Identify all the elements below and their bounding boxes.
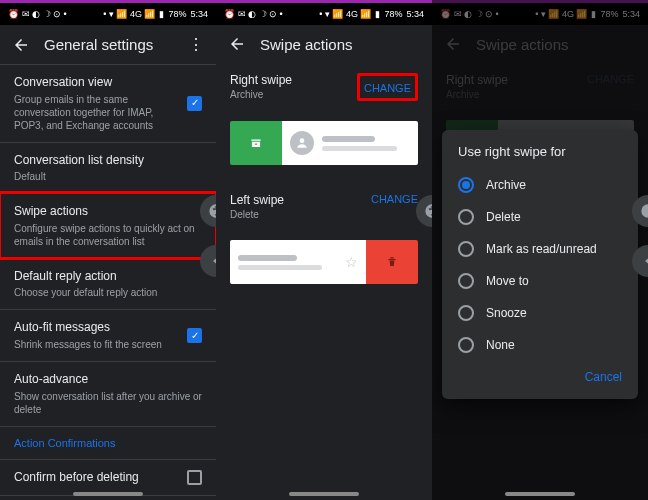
radio-option[interactable]: Snooze xyxy=(452,297,628,329)
svg-point-0 xyxy=(300,138,305,143)
left-swipe-label: Left swipe xyxy=(230,193,284,207)
screen-swipe-dialog: ⏰ ✉ ◐ ☽ ⊙ • • ▾ 📶 4G 📶 ▮ 78% 5:34 Swipe … xyxy=(432,0,648,500)
section-header-action-confirmations: Action Confirmations xyxy=(0,426,216,459)
right-swipe-value: Archive xyxy=(230,89,292,100)
status-left-icons: ⏰ ✉ ◐ ☽ ⊙ • xyxy=(224,9,283,19)
item-subtitle: Group emails in the same conversation to… xyxy=(14,93,179,132)
battery-pct: 78% xyxy=(384,9,402,19)
item-subtitle: Choose your default reply action xyxy=(14,286,202,299)
radio-icon xyxy=(458,241,474,257)
cancel-button[interactable]: Cancel xyxy=(585,370,622,384)
nav-bar-pill[interactable] xyxy=(505,492,575,496)
radio-option[interactable]: None xyxy=(452,329,628,361)
item-title: Auto-fit messages xyxy=(14,320,179,336)
item-title: Default reply action xyxy=(14,269,202,285)
radio-label: Snooze xyxy=(486,306,527,320)
item-title: Conversation list density xyxy=(14,153,202,169)
overflow-icon[interactable]: ⋮ xyxy=(188,35,204,54)
battery-icon: ▮ xyxy=(159,9,164,19)
status-bar: ⏰ ✉ ◐ ☽ ⊙ • • ▾ 📶 4G 📶 ▮ 78% 5:34 xyxy=(0,3,216,25)
nav-bar-pill[interactable] xyxy=(73,492,143,496)
item-title: Swipe actions xyxy=(14,204,202,220)
archive-reveal xyxy=(230,121,282,165)
change-left-button[interactable]: CHANGE xyxy=(371,193,418,205)
battery-pct: 78% xyxy=(168,9,186,19)
item-subtitle: Default xyxy=(14,170,202,183)
radio-label: Archive xyxy=(486,178,526,192)
item-title: Confirm before deleting xyxy=(14,470,179,486)
avatar-icon xyxy=(290,131,314,155)
change-right-button[interactable]: CHANGE xyxy=(364,82,411,94)
settings-item[interactable]: Conversation viewGroup emails in the sam… xyxy=(0,64,216,142)
nav-bar-pill[interactable] xyxy=(289,492,359,496)
app-bar: Swipe actions xyxy=(216,25,432,63)
settings-item[interactable]: Conversation list densityDefault xyxy=(0,142,216,194)
radio-option[interactable]: Mark as read/unread xyxy=(452,233,628,265)
radio-icon xyxy=(458,337,474,353)
screen-title: Swipe actions xyxy=(260,36,420,53)
settings-item[interactable]: Swipe actionsConfigure swipe actions to … xyxy=(0,193,216,258)
status-right-icons: • ▾ 📶 4G 📶 xyxy=(103,9,155,19)
item-subtitle: Configure swipe actions to quickly act o… xyxy=(14,222,202,248)
settings-item[interactable]: Auto-advanceShow conversation list after… xyxy=(0,361,216,426)
screen-swipe-actions: ⏰ ✉ ◐ ☽ ⊙ • • ▾ 📶 4G 📶 ▮ 78% 5:34 Swipe … xyxy=(216,0,432,500)
dialog-title: Use right swipe for xyxy=(458,144,622,159)
radio-option[interactable]: Move to xyxy=(452,265,628,297)
radio-label: None xyxy=(486,338,515,352)
right-swipe-preview xyxy=(230,121,418,165)
radio-icon xyxy=(458,273,474,289)
left-swipe-value: Delete xyxy=(230,209,284,220)
left-swipe-preview: ☆ xyxy=(230,240,418,284)
app-bar: General settings ⋮ xyxy=(0,25,216,64)
status-right-icons: • ▾ 📶 4G 📶 xyxy=(319,9,371,19)
back-icon[interactable] xyxy=(12,36,30,54)
status-bar: ⏰ ✉ ◐ ☽ ⊙ • • ▾ 📶 4G 📶 ▮ 78% 5:34 xyxy=(216,3,432,25)
swipe-action-dialog: Use right swipe for ArchiveDeleteMark as… xyxy=(442,130,638,399)
status-left-icons: ⏰ ✉ ◐ ☽ ⊙ • xyxy=(8,9,67,19)
checkbox[interactable] xyxy=(187,328,202,343)
item-subtitle: Shrink messages to fit the screen xyxy=(14,338,179,351)
settings-item[interactable]: Confirm before deleting xyxy=(0,459,216,496)
radio-option[interactable]: Archive xyxy=(452,169,628,201)
radio-label: Delete xyxy=(486,210,521,224)
item-title: Auto-advance xyxy=(14,372,202,388)
screen-general-settings: ⏰ ✉ ◐ ☽ ⊙ • • ▾ 📶 4G 📶 ▮ 78% 5:34 Genera… xyxy=(0,0,216,500)
delete-reveal xyxy=(366,240,418,284)
radio-icon xyxy=(458,177,474,193)
battery-icon: ▮ xyxy=(375,9,380,19)
right-swipe-section: Right swipe Archive CHANGE xyxy=(216,63,432,111)
right-swipe-label: Right swipe xyxy=(230,73,292,87)
checkbox[interactable] xyxy=(187,96,202,111)
radio-label: Mark as read/unread xyxy=(486,242,597,256)
settings-list[interactable]: Conversation viewGroup emails in the sam… xyxy=(0,64,216,500)
radio-label: Move to xyxy=(486,274,529,288)
radio-icon xyxy=(458,305,474,321)
clock: 5:34 xyxy=(406,9,424,19)
radio-option[interactable]: Delete xyxy=(452,201,628,233)
item-title: Conversation view xyxy=(14,75,179,91)
radio-icon xyxy=(458,209,474,225)
highlight-change-right: CHANGE xyxy=(357,73,418,101)
clock: 5:34 xyxy=(190,9,208,19)
left-swipe-section: Left swipe Delete CHANGE xyxy=(216,183,432,230)
item-subtitle: Show conversation list after you archive… xyxy=(14,390,202,416)
settings-item[interactable]: Auto-fit messagesShrink messages to fit … xyxy=(0,309,216,361)
screen-title: General settings xyxy=(44,36,174,53)
star-icon: ☆ xyxy=(345,254,358,270)
back-icon[interactable] xyxy=(228,35,246,53)
checkbox[interactable] xyxy=(187,470,202,485)
settings-item[interactable]: Default reply actionChoose your default … xyxy=(0,258,216,310)
